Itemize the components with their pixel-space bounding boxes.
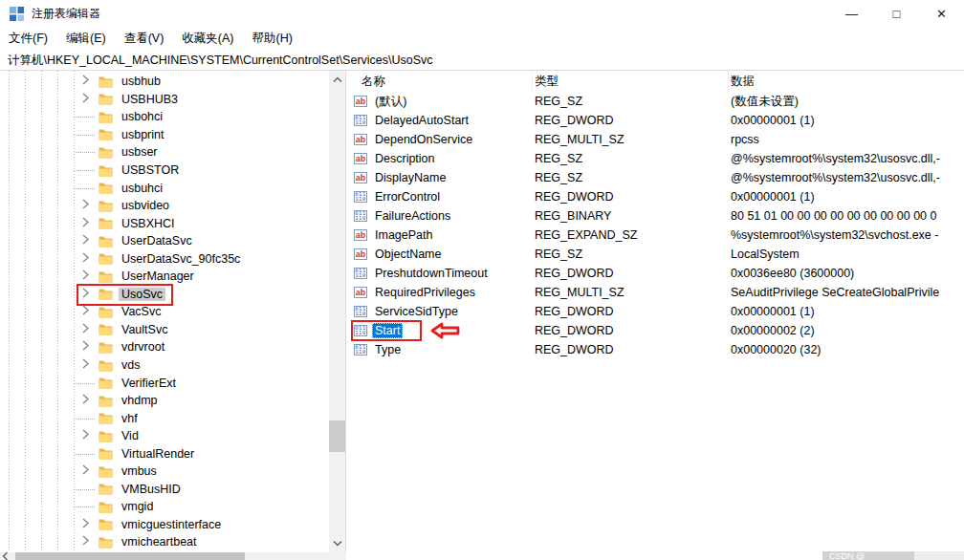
folder-icon (99, 182, 113, 194)
value-data: @%systemroot%\system32\usosvc.dll,- (729, 152, 964, 165)
tree-item-userdatasvc[interactable]: UserDataSvc (0, 232, 329, 250)
list-row-ObjectName[interactable]: ab 011 110 ObjectName REG_SZ LocalSystem (346, 245, 964, 264)
tree-item-usbohci[interactable]: usbohci (0, 108, 329, 126)
chevron-right-icon[interactable] (81, 269, 90, 285)
chevron-right-icon[interactable] (81, 321, 90, 337)
list-row-FailureActions[interactable]: ab 011 110 FailureActions REG_BINARY 80 … (346, 206, 964, 226)
folder-icon (99, 323, 113, 335)
tree-item-usbhub[interactable]: usbhub (0, 73, 329, 91)
column-header-data[interactable]: 数据 (729, 71, 964, 92)
scroll-down-icon[interactable] (329, 535, 345, 551)
chevron-right-icon[interactable] (81, 428, 90, 444)
column-header-type[interactable]: 类型 (533, 71, 729, 92)
list-row-[interactable]: ab 011 110 (默认) REG_SZ (数值未设置) (346, 92, 964, 111)
title-bar: 注册表编辑器 — □ ✕ (0, 0, 964, 27)
value-type: REG_MULTI_SZ (533, 133, 729, 146)
value-type-icon: ab 011 110 (354, 306, 367, 317)
value-name: DelayedAutoStart (372, 113, 471, 128)
folder-icon (99, 164, 113, 177)
tree-item-usbprint[interactable]: usbprint (0, 126, 329, 144)
value-data: rpcss (729, 133, 964, 146)
tree-item-usbxhci[interactable]: USBXHCI (0, 214, 329, 232)
menu-help[interactable]: 帮助(H) (252, 31, 292, 47)
scroll-up-icon[interactable] (329, 72, 345, 88)
tree-item-vmicheartbeat[interactable]: vmicheartbeat (0, 533, 329, 551)
list-row-Start[interactable]: ab 011 110 Start REG_DWORD 0x00000002 (2… (346, 321, 964, 340)
list-row-RequiredPrivileges[interactable]: ab 011 110 RequiredPrivileges REG_MULTI_… (346, 283, 964, 302)
chevron-right-icon[interactable] (81, 215, 90, 231)
tree-item-vid[interactable]: Vid (0, 427, 329, 445)
value-type-icon: ab 011 110 (354, 134, 367, 145)
list-row-DisplayName[interactable]: ab 011 110 DisplayName REG_SZ @%systemro… (346, 168, 964, 187)
value-name: DependOnService (372, 132, 475, 147)
list-row-Description[interactable]: ab 011 110 Description REG_SZ @%systemro… (346, 149, 964, 168)
tree-item-virtualrender[interactable]: VirtualRender (0, 444, 329, 463)
chevron-right-icon[interactable] (81, 304, 90, 320)
scrollbar-thumb[interactable] (329, 420, 345, 452)
folder-icon (99, 75, 113, 88)
folder-icon (99, 341, 113, 354)
menu-favorites[interactable]: 收藏夹(A) (182, 31, 233, 47)
tree-item-usbstor[interactable]: USBSTOR (0, 162, 329, 180)
chevron-right-icon[interactable] (81, 91, 90, 107)
tree-item-vacsvc[interactable]: VacSvc (0, 303, 329, 321)
column-header-name[interactable]: 名称 (346, 71, 533, 92)
tree-vertical-scrollbar[interactable] (329, 71, 345, 552)
list-row-DelayedAutoStart[interactable]: ab 011 110 DelayedAutoStart REG_DWORD 0x… (346, 111, 964, 130)
chevron-right-icon[interactable] (81, 233, 90, 249)
tree-horizontal-scrollbar[interactable] (0, 552, 346, 560)
chevron-right-icon[interactable] (81, 393, 90, 409)
menu-file[interactable]: 文件(F) (9, 31, 48, 47)
list-row-Type[interactable]: ab 011 110 Type REG_DWORD 0x00000020 (32… (346, 340, 964, 359)
folder-icon (99, 200, 113, 212)
address-bar[interactable]: 计算机\HKEY_LOCAL_MACHINE\SYSTEM\CurrentCon… (0, 51, 964, 71)
list-row-ImagePath[interactable]: ab 011 110 ImagePath REG_EXPAND_SZ %syst… (346, 226, 964, 245)
folder-icon (99, 447, 113, 460)
chevron-right-icon[interactable] (81, 516, 90, 532)
value-type: REG_DWORD (533, 267, 729, 280)
tree-item-usbuhci[interactable]: usbuhci (0, 179, 329, 197)
tree-item-vmbus[interactable]: vmbus (0, 463, 329, 481)
chevron-right-icon[interactable] (81, 357, 90, 374)
tree-item-usbser[interactable]: usbser (0, 143, 329, 162)
tree-item-vds[interactable]: vds (0, 356, 329, 375)
value-data: @%systemroot%\system32\usosvc.dll,- (729, 171, 964, 184)
chevron-right-icon[interactable] (81, 463, 90, 480)
folder-icon (99, 235, 113, 248)
value-type-icon: ab 011 110 (354, 229, 367, 241)
list-row-PreshutdownTimeout[interactable]: ab 011 110 PreshutdownTimeout REG_DWORD … (346, 264, 964, 283)
tree-item-usbhub3[interactable]: USBHUB3 (0, 91, 329, 109)
tree-item-vmgid[interactable]: vmgid (0, 498, 329, 516)
tree-item-usbvideo[interactable]: usbvideo (0, 197, 329, 215)
list-row-ErrorControl[interactable]: ab 011 110 ErrorControl REG_DWORD 0x0000… (346, 187, 964, 206)
folder-icon (99, 217, 113, 229)
list-row-DependOnService[interactable]: ab 011 110 DependOnService REG_MULTI_SZ … (346, 130, 964, 149)
tree-item-userdatasvc_90fc35c[interactable]: UserDataSvc_90fc35c (0, 249, 329, 268)
tree-item-vmicguestinterface[interactable]: vmicguestinterface (0, 516, 329, 534)
maximize-button[interactable]: □ (874, 0, 919, 27)
watermark: CSDN @ (822, 551, 964, 560)
list-row-ServiceSidType[interactable]: ab 011 110 ServiceSidType REG_DWORD 0x00… (346, 302, 964, 321)
tree-item-vhdmp[interactable]: vhdmp (0, 392, 329, 410)
scroll-left-icon[interactable] (2, 552, 9, 560)
tree-item-vmbushid[interactable]: VMBusHID (0, 481, 329, 499)
tree-item-vdrvroot[interactable]: vdrvroot (0, 338, 329, 356)
close-button[interactable]: ✕ (919, 0, 964, 27)
tree-item-vaultsvc[interactable]: VaultSvc (0, 321, 329, 339)
chevron-right-icon[interactable] (81, 198, 90, 214)
menu-edit[interactable]: 编辑(E) (66, 31, 106, 47)
minimize-button[interactable]: — (829, 0, 874, 27)
chevron-right-icon[interactable] (81, 74, 90, 90)
folder-icon (99, 359, 113, 372)
chevron-right-icon[interactable] (81, 534, 90, 550)
value-name: ImagePath (372, 227, 435, 243)
menu-view[interactable]: 查看(V) (124, 31, 164, 47)
tree-item-usosvc[interactable]: UsoSvc (0, 286, 329, 304)
tree-item-vhf[interactable]: vhf (0, 409, 329, 427)
chevron-right-icon[interactable] (81, 339, 90, 355)
tree-item-verifierext[interactable]: VerifierExt (0, 374, 329, 392)
scrollbar-thumb[interactable] (15, 552, 245, 560)
chevron-right-icon[interactable] (81, 250, 90, 267)
value-name: (默认) (372, 93, 409, 111)
folder-icon (99, 536, 113, 549)
